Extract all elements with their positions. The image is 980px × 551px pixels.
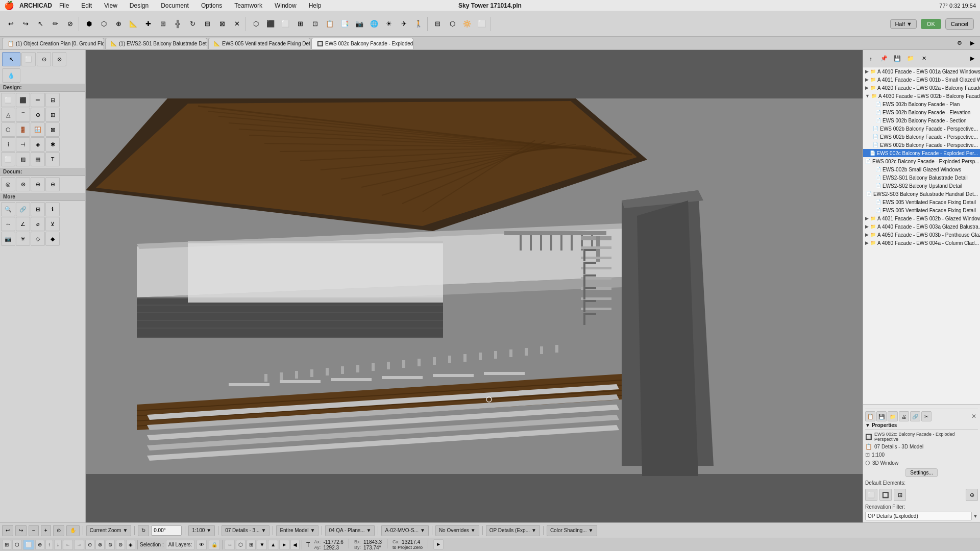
sb-override-btn[interactable]: No Overrides ▼ (435, 525, 479, 536)
tree-item-5[interactable]: 📄 EWS 002b Balcony Facade - Elevation (863, 108, 980, 116)
bb-icon-3[interactable]: ⬜ (23, 540, 34, 550)
shading-btn[interactable]: 🔆 (460, 17, 474, 31)
prop-open-btn[interactable]: 📁 (888, 411, 898, 421)
door-tool[interactable]: 🚪 (16, 122, 30, 137)
texture-btn[interactable]: ⬜ (475, 17, 489, 31)
prop-save-btn[interactable]: 💾 (876, 411, 887, 421)
menu-document[interactable]: Document (159, 2, 191, 9)
solid-btn[interactable]: ⬡ (445, 17, 459, 31)
camera-tool[interactable]: 📷 (1, 232, 15, 246)
rp-bookmark-btn[interactable]: 📌 (878, 53, 890, 64)
de-btn-4[interactable]: ⊕ (966, 489, 978, 501)
tree-expand-19[interactable]: ▶ (865, 224, 869, 229)
renovation-filter-arrow[interactable]: ▼ (973, 513, 978, 519)
bb-right-arrow-btn[interactable]: ► (433, 539, 444, 549)
select-tool[interactable]: ↖ (2, 52, 20, 66)
bb-transform-4[interactable]: ▼ (257, 540, 267, 550)
measure-tool[interactable]: 📐 (126, 17, 140, 31)
half-button[interactable]: Half ▼ (890, 19, 916, 29)
tree-item-8[interactable]: 📄 EWS 002b Balcony Facade - Perspective.… (863, 133, 980, 141)
viewport[interactable] (86, 50, 863, 522)
tree-item-1[interactable]: ▶ 📁 A 4011 Facade - EWS 001b - Small Gla… (863, 76, 980, 84)
dimension-tool[interactable]: ↔ (1, 217, 15, 231)
tab-2[interactable]: 📐 EWS 005 Ventilated Facade Fixing Detai… (208, 38, 310, 49)
tab-bar-expand[interactable]: ▶ (967, 38, 978, 49)
prop-link-btn[interactable]: 🔗 (910, 411, 920, 421)
menu-edit[interactable]: Edit (79, 2, 94, 9)
all-layers-btn[interactable]: All Layers: (166, 540, 195, 550)
detail-marker[interactable]: ◎ (1, 177, 15, 191)
level-tool[interactable]: ⊻ (45, 217, 60, 231)
sb-redo-btn[interactable]: ↪ (15, 525, 27, 536)
window-tool[interactable]: 🪟 (31, 122, 45, 137)
tree-expand-0[interactable]: ▶ (865, 69, 869, 74)
rotate3d-tool[interactable]: ⊙ (37, 52, 51, 66)
scale-tool[interactable]: ⊠ (215, 17, 229, 31)
bb-transform-3[interactable]: ⊞ (247, 540, 256, 550)
fly-tool[interactable]: ✈ (397, 17, 411, 31)
ok-button[interactable]: OK (921, 19, 941, 29)
angle-tool[interactable]: ∠ (16, 217, 30, 231)
eye-toggle[interactable]: 👁 (197, 540, 207, 550)
de-btn-2[interactable]: 🔲 (879, 489, 892, 501)
sb-zoom-in-btn[interactable]: + (41, 525, 51, 536)
menu-view[interactable]: View (102, 2, 119, 9)
column-tool[interactable]: ⬛ (16, 93, 30, 107)
wall-tool[interactable]: ⬜ (1, 93, 15, 107)
interior-tool[interactable]: ⊡ (308, 17, 322, 31)
marquee-tool[interactable]: ⬜ (21, 52, 36, 66)
bb-icon-13[interactable]: ◈ (126, 540, 135, 550)
apple-menu[interactable]: 🍎 (4, 1, 14, 10)
bb-icon-12[interactable]: ⊜ (116, 540, 125, 550)
bb-icon-6[interactable]: ↓ (54, 540, 62, 550)
sun-tool[interactable]: ☀ (382, 17, 396, 31)
snap-tool[interactable]: ✚ (141, 17, 155, 31)
shell-tool[interactable]: ⌒ (16, 108, 30, 122)
tree-item-19[interactable]: ▶ 📁 A 4040 Facade - EWS 003a Glazed Balu… (863, 222, 980, 231)
axis-tool[interactable]: ╬ (170, 17, 185, 31)
sb-plan-btn[interactable]: 04 QA - Plans... ▼ (325, 525, 375, 536)
tree-item-21[interactable]: ▶ 📁 A 4060 Facade - EWS 004a - Column Cl… (863, 239, 980, 247)
tree-expand-20[interactable]: ▶ (865, 232, 869, 237)
rp-close-btn[interactable]: ✕ (918, 53, 929, 64)
bb-transform-1[interactable]: ↔ (225, 540, 235, 550)
tree-item-16[interactable]: 📄 EWS 005 Ventilated Facade Fixing Detai… (863, 198, 980, 206)
cursor-tool[interactable]: ↖ (33, 17, 47, 31)
sb-model-btn[interactable]: Entire Model ▼ (276, 525, 318, 536)
section-marker[interactable]: ⊗ (16, 177, 30, 191)
zone-tool[interactable]: ⬜ (1, 152, 15, 166)
bb-icon-2[interactable]: ⬡ (12, 540, 22, 550)
tree-item-15[interactable]: 📄 EWS2-S03 Balcony Balustrade Handrail D… (863, 190, 980, 198)
beam-tool[interactable]: ═ (31, 93, 45, 107)
sb-rotate-btn[interactable]: ↻ (138, 525, 149, 536)
rp-folder-btn[interactable]: 📁 (905, 53, 916, 64)
prop-copy-btn[interactable]: 📋 (865, 411, 875, 421)
orbit-btn[interactable]: ⊗ (52, 52, 66, 66)
sb-undo-btn[interactable]: ↩ (2, 525, 13, 536)
hatch-tool[interactable]: ▤ (31, 152, 45, 166)
tree-item-11[interactable]: 📄 EWS 002c Balcony Facade - Exploded Per… (863, 157, 980, 165)
morph-tool[interactable]: ⊕ (31, 108, 45, 122)
grid-tool[interactable]: ⊞ (156, 17, 170, 31)
tree-expand-2[interactable]: ▶ (865, 85, 869, 90)
menu-design[interactable]: Design (128, 2, 151, 9)
lock-toggle[interactable]: 🔒 (209, 540, 220, 550)
info-tool[interactable]: ℹ (45, 202, 60, 216)
layout-tool[interactable]: 📑 (337, 17, 352, 31)
render-tool[interactable]: 🌐 (367, 17, 381, 31)
eraser-tool[interactable]: ⊘ (63, 17, 77, 31)
bb-icon-10[interactable]: ⊗ (95, 540, 105, 550)
tree-item-17[interactable]: 📄 EWS 005 Ventilated Facade Fixing Detai… (863, 206, 980, 214)
sb-zoom-label[interactable]: Current Zoom ▼ (86, 525, 132, 536)
menu-window[interactable]: Window (273, 2, 299, 9)
tree-expand-3[interactable]: ▼ (865, 93, 870, 98)
prop-cut-btn[interactable]: ✂ (921, 411, 932, 421)
3d-tool[interactable]: ⬡ (249, 17, 263, 31)
cam-tool[interactable]: 📷 (352, 17, 366, 31)
curtain-tool[interactable]: ⬡ (1, 122, 15, 137)
tab-bar-settings[interactable]: ⚙ (954, 38, 965, 49)
orbit-tool[interactable]: ⊕ (111, 17, 126, 31)
bb-icon-11[interactable]: ⊚ (106, 540, 115, 550)
sb-orbit-btn[interactable]: ⊙ (53, 525, 64, 536)
stair-tool[interactable]: ⌇ (1, 137, 15, 152)
